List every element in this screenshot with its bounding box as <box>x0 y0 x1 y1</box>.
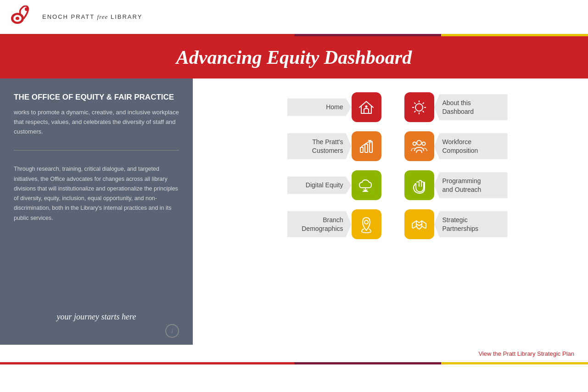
sidebar: THE OFFICE OF EQUITY & FAIR PRACTICE wor… <box>0 78 193 345</box>
library-name: ENOCH PRATT free LIBRARY <box>42 13 142 21</box>
nav-label-customers: The Pratt'sCustomers <box>287 133 352 159</box>
nav-item-programming[interactable]: Programmingand Outreach <box>404 170 508 200</box>
dashboard-title: Advancing Equity Dashboard <box>18 46 570 68</box>
nav-label-home: Home <box>287 98 352 116</box>
office-title: THE OFFICE OF EQUITY & FAIR PRACTICE <box>14 92 179 102</box>
svg-point-24 <box>422 142 426 145</box>
header: ENOCH PRATT free LIBRARY <box>0 0 588 34</box>
nav-icon-partnerships <box>404 209 434 239</box>
logo-icon <box>9 6 37 28</box>
nav-icon-programming <box>404 170 434 200</box>
location-icon <box>357 215 375 234</box>
office-desc: works to promote a dynamic, creative, an… <box>14 108 179 136</box>
hero-banner: Advancing Equity Dashboard <box>0 36 588 78</box>
nav-label-partnerships: StrategicPartnerships <box>434 211 508 237</box>
color-bar-bottom <box>0 362 588 364</box>
handshake-icon <box>410 215 428 234</box>
sun-icon <box>410 98 428 117</box>
hand-icon <box>410 176 428 195</box>
nav-item-partnerships[interactable]: StrategicPartnerships <box>404 209 508 239</box>
color-bar-top <box>0 34 588 36</box>
sidebar-tagline: your journey starts here <box>0 312 193 322</box>
chart-icon <box>357 137 375 156</box>
nav-icon-about <box>404 92 434 122</box>
svg-line-18 <box>414 102 415 104</box>
svg-point-12 <box>364 220 368 224</box>
nav-label-digital: Digital Equity <box>287 176 352 194</box>
logo-area: ENOCH PRATT free LIBRARY <box>9 6 142 28</box>
nav-item-branch[interactable]: BranchDemographics <box>287 209 381 239</box>
nav-label-branch: BranchDemographics <box>287 211 352 237</box>
svg-line-19 <box>423 111 424 112</box>
nav-icon-home <box>352 92 381 122</box>
nav-icon-customers <box>352 131 381 161</box>
cloud-icon <box>357 176 375 195</box>
nav-item-about[interactable]: About thisDashboard <box>404 92 508 122</box>
svg-line-20 <box>423 102 424 104</box>
svg-point-4 <box>365 105 368 107</box>
strategic-plan-link[interactable]: View the Pratt Library Strategic Plan <box>478 350 574 357</box>
svg-point-3 <box>25 7 28 11</box>
svg-point-23 <box>413 142 416 145</box>
nav-area: Home The Pratt'sCustomers <box>193 78 588 345</box>
info-icon[interactable]: i <box>165 324 179 338</box>
sidebar-divider <box>14 150 179 151</box>
nav-icon-branch <box>352 209 381 239</box>
nav-column-left: Home The Pratt'sCustomers <box>287 92 381 239</box>
nav-icon-digital <box>352 170 381 200</box>
main-content: THE OFFICE OF EQUITY & FAIR PRACTICE wor… <box>0 78 588 345</box>
home-icon <box>357 98 375 117</box>
nav-label-about: About thisDashboard <box>434 94 508 120</box>
svg-point-22 <box>417 140 421 145</box>
nav-item-customers[interactable]: The Pratt'sCustomers <box>287 131 381 161</box>
svg-rect-5 <box>360 147 363 152</box>
nav-item-home[interactable]: Home <box>287 92 381 122</box>
svg-point-2 <box>16 17 19 20</box>
people-icon <box>410 137 428 156</box>
nav-label-programming: Programmingand Outreach <box>434 172 508 198</box>
svg-point-13 <box>415 104 423 111</box>
nav-column-right: About thisDashboard <box>404 92 508 239</box>
nav-item-digital[interactable]: Digital Equity <box>287 170 381 200</box>
sidebar-body: Through research, training, critical dia… <box>14 164 179 223</box>
nav-icon-workforce <box>404 131 434 161</box>
nav-item-workforce[interactable]: WorkforceComposition <box>404 131 508 161</box>
footer: View the Pratt Library Strategic Plan <box>0 345 588 362</box>
svg-line-21 <box>414 111 415 112</box>
svg-rect-6 <box>365 144 368 152</box>
nav-label-workforce: WorkforceComposition <box>434 133 508 159</box>
